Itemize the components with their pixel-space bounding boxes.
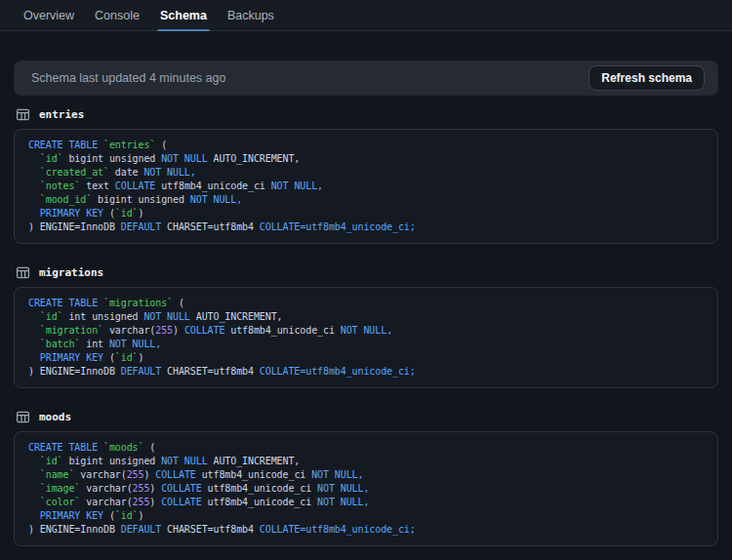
code-line: `migration` varchar(255) COLLATE utf8mb4… [28, 324, 704, 338]
table-section-header: moods [14, 410, 718, 424]
table-icon [16, 107, 30, 122]
database-schema-page: OverviewConsoleSchemaBackups Schema last… [0, 0, 732, 556]
sql-code: CREATE TABLE `migrations` ( `id` int uns… [28, 297, 704, 379]
sql-code-block: CREATE TABLE `moods` ( `id` bigint unsig… [14, 431, 718, 546]
schema-status-banner: Schema last updated 4 minutes ago Refres… [14, 60, 718, 96]
tab-bar: OverviewConsoleSchemaBackups [0, 0, 732, 31]
code-line: CREATE TABLE `moods` ( [28, 441, 704, 455]
sql-code-block: CREATE TABLE `migrations` ( `id` int uns… [14, 287, 718, 388]
table-section-entries: entries CREATE TABLE `entries` ( `id` bi… [14, 107, 718, 244]
sql-code-block: CREATE TABLE `entries` ( `id` bigint uns… [14, 129, 718, 244]
sql-code: CREATE TABLE `entries` ( `id` bigint uns… [28, 139, 704, 234]
code-line: CREATE TABLE `entries` ( [28, 139, 704, 152]
code-line: `created_at` date NOT NULL, [28, 166, 704, 180]
table-sections: entries CREATE TABLE `entries` ( `id` bi… [14, 107, 718, 546]
main-content: Schema last updated 4 minutes ago Refres… [0, 31, 732, 556]
code-line: `id` bigint unsigned NOT NULL AUTO_INCRE… [28, 455, 704, 468]
table-icon [16, 410, 30, 424]
table-name-label: entries [39, 108, 84, 121]
code-line: `image` varchar(255) COLLATE utf8mb4_uni… [28, 482, 704, 496]
code-line: `name` varchar(255) COLLATE utf8mb4_unic… [28, 468, 704, 482]
table-section-header: migrations [14, 265, 718, 280]
table-name-label: moods [39, 411, 71, 423]
code-line: PRIMARY KEY (`id`) [28, 351, 704, 365]
tab-console[interactable]: Console [95, 0, 140, 30]
table-name-label: migrations [39, 266, 103, 279]
code-line: `batch` int NOT NULL, [28, 338, 704, 351]
code-line: PRIMARY KEY (`id`) [28, 207, 704, 220]
code-line: CREATE TABLE `migrations` ( [28, 297, 704, 310]
sql-code: CREATE TABLE `moods` ( `id` bigint unsig… [28, 441, 704, 537]
code-line: PRIMARY KEY (`id`) [28, 509, 704, 523]
code-line: ) ENGINE=InnoDB DEFAULT CHARSET=utf8mb4 … [28, 523, 704, 537]
table-icon [16, 265, 30, 280]
code-line: `id` int unsigned NOT NULL AUTO_INCREMEN… [28, 310, 704, 324]
code-line: `mood_id` bigint unsigned NOT NULL, [28, 193, 704, 207]
table-section-header: entries [14, 107, 718, 122]
code-line: ) ENGINE=InnoDB DEFAULT CHARSET=utf8mb4 … [28, 220, 704, 234]
code-line: `notes` text COLLATE utf8mb4_unicode_ci … [28, 180, 704, 193]
tab-backups[interactable]: Backups [227, 0, 274, 30]
tab-schema[interactable]: Schema [160, 0, 207, 30]
code-line: `id` bigint unsigned NOT NULL AUTO_INCRE… [28, 152, 704, 166]
refresh-schema-button[interactable]: Refresh schema [589, 65, 705, 91]
tab-overview[interactable]: Overview [23, 0, 74, 30]
schema-status-text: Schema last updated 4 minutes ago [31, 71, 225, 85]
table-section-migrations: migrations CREATE TABLE `migrations` ( `… [14, 265, 718, 388]
table-section-moods: moods CREATE TABLE `moods` ( `id` bigint… [14, 410, 718, 546]
code-line: `color` varchar(255) COLLATE utf8mb4_uni… [28, 496, 704, 509]
code-line: ) ENGINE=InnoDB DEFAULT CHARSET=utf8mb4 … [28, 365, 704, 379]
